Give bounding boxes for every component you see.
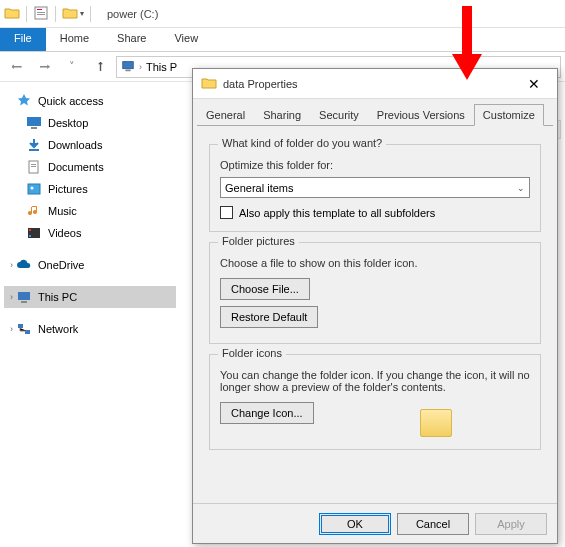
folder-icon <box>4 5 20 23</box>
tree-network[interactable]: ›Network <box>4 318 176 340</box>
tab-customize[interactable]: Customize <box>474 104 544 126</box>
tab-previous-versions[interactable]: Previous Versions <box>368 104 474 126</box>
tree-desktop[interactable]: Desktop <box>4 112 176 134</box>
chevron-right-icon[interactable]: › <box>10 260 13 270</box>
tab-file[interactable]: File <box>0 28 46 51</box>
tree-documents[interactable]: Documents <box>4 156 176 178</box>
ok-button[interactable]: OK <box>319 513 391 535</box>
svg-rect-16 <box>29 235 31 237</box>
folder-icon <box>201 75 223 93</box>
restore-default-button[interactable]: Restore Default <box>220 306 318 328</box>
properties-icon[interactable] <box>33 5 49 23</box>
chevron-down-icon: ⌄ <box>517 183 525 193</box>
svg-rect-11 <box>31 166 36 167</box>
desktop-icon <box>26 115 42 131</box>
dialog-tabs: General Sharing Security Previous Versio… <box>197 103 553 126</box>
tab-home[interactable]: Home <box>46 28 103 51</box>
svg-rect-10 <box>31 164 36 165</box>
svg-rect-8 <box>29 149 39 151</box>
tab-share[interactable]: Share <box>103 28 160 51</box>
svg-rect-17 <box>18 292 30 300</box>
svg-rect-7 <box>31 127 37 129</box>
chevron-right-icon[interactable]: › <box>10 324 13 334</box>
videos-icon <box>26 225 42 241</box>
star-icon <box>16 93 32 109</box>
change-icon-label: You can change the folder icon. If you c… <box>220 369 530 393</box>
qat-dropdown-icon[interactable]: ▾ <box>80 9 84 18</box>
nav-back-button[interactable]: 🠔 <box>4 55 28 79</box>
tree-music[interactable]: Music <box>4 200 176 222</box>
svg-rect-3 <box>37 14 45 15</box>
breadcrumb-thispc[interactable]: This P <box>146 61 177 73</box>
svg-rect-19 <box>18 324 23 328</box>
tab-sharing[interactable]: Sharing <box>254 104 310 126</box>
svg-rect-15 <box>29 229 31 231</box>
tree-thispc[interactable]: ›This PC <box>4 286 176 308</box>
svg-rect-5 <box>125 69 130 71</box>
apply-button: Apply <box>475 513 547 535</box>
folder-preview-icon <box>420 409 452 437</box>
group-legend: What kind of folder do you want? <box>218 137 386 149</box>
chevron-right-icon[interactable]: › <box>10 292 13 302</box>
optimize-label: Optimize this folder for: <box>220 159 530 171</box>
pc-icon <box>16 289 32 305</box>
network-icon <box>16 321 32 337</box>
apply-subfolders-checkbox[interactable]: Also apply this template to all subfolde… <box>220 206 530 219</box>
choose-file-button[interactable]: Choose File... <box>220 278 310 300</box>
music-icon <box>26 203 42 219</box>
download-icon <box>26 137 42 153</box>
group-legend: Folder pictures <box>218 235 299 247</box>
nav-recent-dropdown[interactable]: ˅ <box>60 55 84 79</box>
cloud-icon <box>16 257 32 273</box>
cancel-button[interactable]: Cancel <box>397 513 469 535</box>
svg-rect-2 <box>37 12 45 13</box>
svg-rect-21 <box>462 6 472 56</box>
svg-rect-6 <box>27 117 41 126</box>
tree-videos[interactable]: Videos <box>4 222 176 244</box>
tree-pictures[interactable]: Pictures <box>4 178 176 200</box>
tree-downloads[interactable]: Downloads <box>4 134 176 156</box>
pc-icon <box>121 59 135 75</box>
nav-forward-button: 🠖 <box>32 55 56 79</box>
group-folder-pictures: Folder pictures Choose a file to show on… <box>209 242 541 344</box>
dialog-titlebar[interactable]: data Properties ✕ <box>193 69 557 99</box>
new-folder-icon[interactable] <box>62 5 78 23</box>
close-button[interactable]: ✕ <box>519 76 549 92</box>
tab-general[interactable]: General <box>197 104 254 126</box>
change-icon-button[interactable]: Change Icon... <box>220 402 314 424</box>
svg-rect-18 <box>21 301 27 303</box>
checkbox-icon <box>220 206 233 219</box>
group-legend: Folder icons <box>218 347 286 359</box>
svg-rect-12 <box>28 184 40 194</box>
documents-icon <box>26 159 42 175</box>
window-title: power (C:) <box>107 8 158 20</box>
group-folder-kind: What kind of folder do you want? Optimiz… <box>209 144 541 232</box>
nav-tree: Quick access Desktop Downloads Documents… <box>0 82 180 547</box>
svg-rect-1 <box>37 9 42 10</box>
nav-up-button[interactable]: 🠕 <box>88 55 112 79</box>
tree-quick-access[interactable]: Quick access <box>4 90 176 112</box>
chevron-right-icon[interactable]: › <box>139 62 142 72</box>
optimize-combobox[interactable]: General items ⌄ <box>220 177 530 198</box>
svg-rect-4 <box>123 61 134 68</box>
choose-file-label: Choose a file to show on this folder ico… <box>220 257 530 269</box>
tab-security[interactable]: Security <box>310 104 368 126</box>
dialog-footer: OK Cancel Apply <box>193 503 557 543</box>
pictures-icon <box>26 181 42 197</box>
svg-point-13 <box>31 187 34 190</box>
tab-view[interactable]: View <box>160 28 212 51</box>
annotation-arrow <box>450 6 484 84</box>
properties-dialog: data Properties ✕ General Sharing Securi… <box>192 68 558 544</box>
group-folder-icons: Folder icons You can change the folder i… <box>209 354 541 450</box>
tree-onedrive[interactable]: ›OneDrive <box>4 254 176 276</box>
